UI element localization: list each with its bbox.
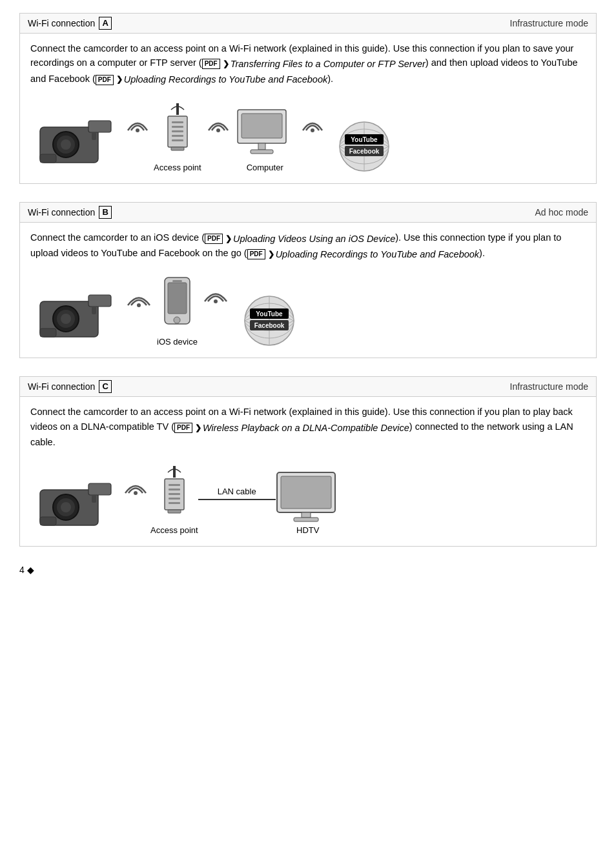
section-c: Wi-Fi connection C Infrastructure mode C… bbox=[19, 376, 597, 546]
section-b: Wi-Fi connection B Ad hoc mode Connect t… bbox=[19, 202, 597, 358]
svg-point-40 bbox=[174, 317, 180, 323]
wifi-label-c: Wi-Fi connection C bbox=[28, 380, 112, 393]
globe-a: YouTube Facebook bbox=[329, 117, 400, 172]
svg-rect-12 bbox=[172, 130, 183, 132]
hdtv-icon-c bbox=[276, 471, 340, 523]
svg-rect-69 bbox=[302, 512, 311, 518]
camcorder-b bbox=[37, 288, 121, 347]
svg-rect-70 bbox=[294, 518, 318, 521]
access-point-label-a: Access point bbox=[154, 163, 201, 172]
wifi-waves-a3 bbox=[301, 114, 323, 160]
section-c-text: Connect the camcorder to an access point… bbox=[30, 405, 586, 449]
diagram-a: Access point bbox=[30, 92, 586, 176]
computer-label-a: Computer bbox=[247, 163, 283, 172]
access-point-icon-c bbox=[158, 465, 190, 523]
mode-c: Infrastructure mode bbox=[510, 381, 588, 392]
ios-device-icon-b bbox=[159, 276, 195, 334]
svg-rect-18 bbox=[241, 114, 282, 138]
section-a: Wi-Fi connection A Infrastructure mode C… bbox=[19, 13, 597, 184]
svg-rect-11 bbox=[172, 126, 183, 128]
pdf-icon-c1: PDF bbox=[174, 423, 192, 433]
svg-text:Facebook: Facebook bbox=[254, 322, 285, 329]
svg-rect-14 bbox=[172, 139, 183, 141]
wifi-waves-b2 bbox=[203, 283, 229, 340]
svg-point-54 bbox=[61, 502, 71, 512]
wifi-waves-a2 bbox=[207, 114, 229, 160]
pdf-icon-b2: PDF bbox=[247, 249, 265, 259]
svg-rect-55 bbox=[88, 483, 111, 495]
camcorder-icon-a bbox=[37, 114, 121, 172]
wifi-letter-b: B bbox=[99, 206, 112, 219]
svg-rect-20 bbox=[251, 150, 273, 154]
camcorder-icon-c bbox=[37, 477, 121, 535]
camcorder-icon-b bbox=[37, 288, 121, 347]
svg-point-37 bbox=[137, 303, 141, 307]
ios-device-b: iOS device bbox=[157, 276, 198, 347]
svg-text:Facebook: Facebook bbox=[349, 148, 379, 155]
svg-rect-63 bbox=[169, 493, 180, 495]
wifi-waves-c1 bbox=[123, 476, 148, 523]
access-point-a: Access point bbox=[154, 102, 201, 172]
lan-cable-label: LAN cable bbox=[218, 487, 256, 496]
svg-point-42 bbox=[214, 299, 218, 303]
pdf-icon-a2: PDF bbox=[96, 75, 114, 85]
section-b-body: Connect the camcorder to an iOS device (… bbox=[20, 223, 596, 358]
svg-point-3 bbox=[61, 139, 71, 150]
svg-point-58 bbox=[134, 491, 138, 495]
svg-rect-62 bbox=[169, 489, 180, 490]
access-point-c: Access point bbox=[150, 465, 198, 535]
lan-cable-c: LAN cable bbox=[198, 487, 276, 513]
wifi-label-a: Wi-Fi connection A bbox=[28, 17, 112, 30]
camcorder-c bbox=[37, 477, 121, 535]
section-a-body: Connect the camcorder to an access point… bbox=[20, 34, 596, 183]
pdf-icon-b1: PDF bbox=[205, 234, 223, 244]
globe-icon-a: YouTube Facebook bbox=[329, 117, 400, 172]
pdf-icon-a1: PDF bbox=[202, 59, 220, 69]
svg-rect-35 bbox=[40, 328, 56, 337]
svg-rect-6 bbox=[92, 132, 96, 140]
svg-rect-68 bbox=[281, 476, 331, 509]
svg-rect-65 bbox=[169, 502, 180, 504]
svg-point-16 bbox=[216, 128, 220, 132]
section-a-header: Wi-Fi connection A Infrastructure mode bbox=[20, 14, 596, 34]
computer-a: Computer bbox=[234, 108, 296, 172]
svg-rect-41 bbox=[172, 280, 182, 282]
camcorder-a bbox=[37, 114, 121, 172]
svg-rect-19 bbox=[258, 143, 265, 150]
wifi-text-a: Wi-Fi connection bbox=[28, 18, 95, 28]
svg-rect-59 bbox=[173, 466, 176, 478]
section-a-text: Connect the camcorder to an access point… bbox=[30, 41, 586, 87]
svg-text:YouTube: YouTube bbox=[256, 310, 283, 318]
svg-rect-4 bbox=[88, 121, 111, 132]
access-point-label-c: Access point bbox=[150, 525, 198, 535]
mode-a: Infrastructure mode bbox=[510, 18, 588, 28]
wifi-letter-a: A bbox=[99, 17, 112, 30]
diagram-b: iOS device bbox=[30, 267, 586, 350]
svg-rect-5 bbox=[40, 154, 56, 163]
section-b-header: Wi-Fi connection B Ad hoc mode bbox=[20, 203, 596, 223]
page-number: 4 ◆ bbox=[19, 565, 597, 575]
globe-b: YouTube Facebook bbox=[234, 292, 305, 347]
yt-fb-a: YouTube Facebook bbox=[329, 117, 400, 172]
ios-label-b: iOS device bbox=[157, 337, 198, 347]
wifi-waves-a1 bbox=[126, 114, 149, 160]
svg-rect-64 bbox=[169, 498, 180, 500]
svg-rect-66 bbox=[168, 510, 181, 513]
svg-point-21 bbox=[311, 128, 314, 132]
svg-rect-57 bbox=[92, 495, 96, 503]
svg-rect-61 bbox=[169, 484, 180, 486]
wifi-letter-c: C bbox=[99, 380, 112, 393]
svg-point-33 bbox=[61, 314, 71, 324]
svg-rect-34 bbox=[88, 295, 111, 307]
wifi-text-c: Wi-Fi connection bbox=[28, 381, 95, 392]
wifi-waves-b1 bbox=[126, 287, 152, 336]
diagram-c: Access point LAN cable HD bbox=[30, 455, 586, 538]
globe-icon-b: YouTube Facebook bbox=[234, 292, 305, 347]
svg-rect-36 bbox=[92, 307, 96, 314]
svg-rect-10 bbox=[172, 121, 183, 123]
access-point-icon-a bbox=[161, 102, 194, 160]
svg-rect-56 bbox=[40, 517, 56, 525]
section-c-header: Wi-Fi connection C Infrastructure mode bbox=[20, 377, 596, 397]
svg-rect-8 bbox=[176, 103, 179, 115]
section-b-text: Connect the camcorder to an iOS device (… bbox=[30, 230, 586, 261]
